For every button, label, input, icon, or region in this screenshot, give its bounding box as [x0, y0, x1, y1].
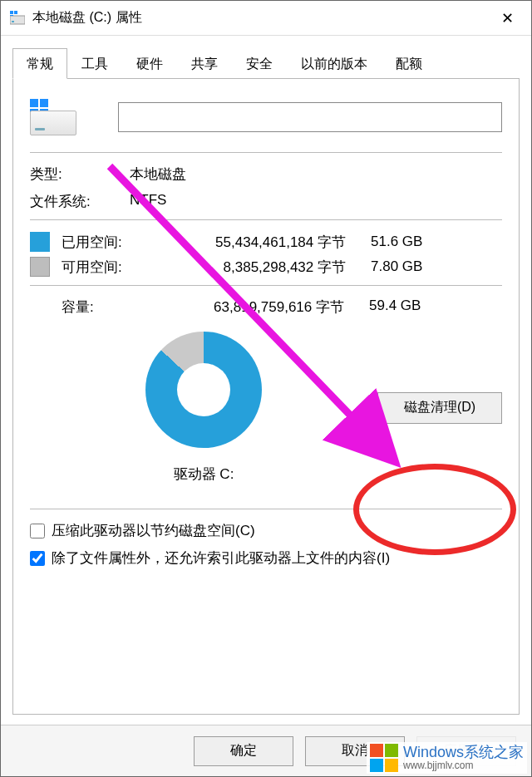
titlebar: 本地磁盘 (C:) 属性 ✕ [1, 1, 531, 36]
pie-area: 驱动器 C: 磁盘清理(D) [30, 332, 502, 484]
usage-donut-chart [145, 332, 262, 448]
watermark: Windows系统之家 www.bjjmlv.com [367, 742, 527, 774]
filesystem-row: 文件系统: NTFS [30, 192, 502, 211]
tab-panel-general: 类型: 本地磁盘 文件系统: NTFS 已用空间: 55,434,461,184… [12, 78, 520, 715]
filesystem-value: NTFS [130, 192, 166, 211]
used-space-row: 已用空间: 55,434,461,184 字节 51.6 GB [30, 232, 502, 252]
filesystem-label: 文件系统: [30, 192, 130, 211]
watermark-title: Windows系统之家 [403, 745, 524, 761]
svg-rect-3 [14, 11, 17, 14]
free-bytes: 8,385,298,432 字节 [163, 258, 346, 277]
ok-button[interactable]: 确定 [194, 736, 293, 766]
capacity-gb: 59.4 GB [369, 298, 436, 317]
properties-dialog: 本地磁盘 (C:) 属性 ✕ 常规 工具 硬件 共享 安全 以前的版本 配额 类… [0, 0, 532, 777]
type-row: 类型: 本地磁盘 [30, 165, 502, 184]
tab-tools[interactable]: 工具 [67, 48, 122, 79]
svg-rect-1 [12, 21, 14, 22]
separator [30, 509, 502, 509]
drive-name-row [30, 99, 502, 135]
tab-quota[interactable]: 配额 [382, 48, 436, 79]
capacity-row: 容量: 63,819,759,616 字节 59.4 GB [30, 298, 502, 317]
windows-logo-icon [370, 744, 398, 772]
used-gb: 51.6 GB [371, 234, 437, 250]
drive-icon [9, 10, 26, 27]
tab-strip: 常规 工具 硬件 共享 安全 以前的版本 配额 [1, 36, 531, 78]
tab-previous[interactable]: 以前的版本 [287, 48, 382, 79]
used-swatch [30, 232, 50, 252]
close-button[interactable]: ✕ [486, 1, 528, 35]
svg-rect-5 [10, 15, 13, 16]
compress-checkbox[interactable] [30, 524, 45, 538]
disk-cleanup-button[interactable]: 磁盘清理(D) [377, 392, 502, 424]
tab-sharing[interactable]: 共享 [177, 48, 232, 79]
free-gb: 7.80 GB [371, 258, 437, 275]
used-label: 已用空间: [62, 233, 163, 252]
svg-rect-2 [10, 11, 13, 14]
free-space-row: 可用空间: 8,385,298,432 字节 7.80 GB [30, 257, 502, 277]
used-bytes: 55,434,461,184 字节 [163, 233, 346, 252]
free-label: 可用空间: [62, 258, 163, 277]
capacity-bytes: 63,819,759,616 字节 [161, 298, 344, 317]
window-title: 本地磁盘 (C:) 属性 [32, 9, 486, 27]
tab-general[interactable]: 常规 [12, 48, 67, 79]
separator [30, 285, 502, 286]
drive-name-input[interactable] [118, 102, 502, 132]
type-value: 本地磁盘 [130, 165, 186, 184]
separator [30, 219, 502, 220]
watermark-url: www.bjjmlv.com [403, 760, 524, 771]
index-checkbox[interactable] [30, 551, 45, 566]
index-checkbox-row[interactable]: 除了文件属性外，还允许索引此驱动器上文件的内容(I) [30, 548, 502, 568]
index-label: 除了文件属性外，还允许索引此驱动器上文件的内容(I) [52, 548, 390, 568]
type-label: 类型: [30, 165, 130, 184]
separator [30, 152, 502, 153]
tab-hardware[interactable]: 硬件 [122, 48, 177, 79]
drive-caption: 驱动器 C: [174, 465, 234, 484]
compress-label: 压缩此驱动器以节约磁盘空间(C) [52, 521, 255, 540]
capacity-label: 容量: [62, 298, 161, 317]
compress-checkbox-row[interactable]: 压缩此驱动器以节约磁盘空间(C) [30, 521, 502, 540]
free-swatch [30, 257, 50, 277]
drive-large-icon [30, 99, 76, 135]
tab-security[interactable]: 安全 [232, 48, 287, 79]
